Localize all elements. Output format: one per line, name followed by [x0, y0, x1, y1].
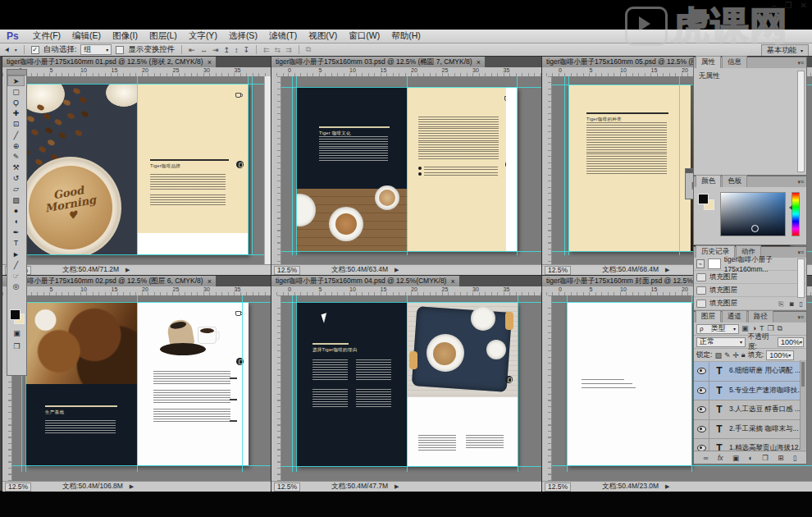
scrollbar[interactable] — [800, 360, 806, 450]
gradient-tool-icon[interactable]: ▨ — [7, 194, 25, 205]
type-tool-icon[interactable]: T — [7, 238, 25, 249]
close-tab-icon[interactable]: × — [208, 58, 212, 66]
tab-color[interactable]: 颜色 — [696, 175, 721, 187]
scrollbar[interactable] — [797, 71, 805, 172]
visibility-eye-icon[interactable] — [697, 426, 706, 432]
close-icon[interactable]: ✕ — [801, 1, 807, 10]
lasso-tool-icon[interactable]: Ϙ — [7, 97, 25, 108]
layer-group-icon[interactable]: ❒ — [762, 454, 769, 462]
layer-row[interactable]: T1.精选高黎贡山海拔12... — [694, 439, 806, 451]
marquee-tool-icon[interactable]: ▢ — [7, 86, 25, 97]
zoom-level[interactable]: 12.5% — [274, 483, 300, 492]
menu-item[interactable]: 文件(F) — [27, 30, 66, 43]
menu-item[interactable]: 滤镜(T) — [263, 30, 303, 43]
layer-mask-icon[interactable]: ▣ — [732, 454, 739, 462]
menu-item[interactable]: 窗口(W) — [343, 30, 385, 43]
new-doc-from-state-icon[interactable]: ⎘ — [778, 300, 783, 309]
blend-mode-dropdown[interactable]: 正常▾ — [696, 337, 746, 347]
minimize-icon[interactable]: – — [772, 1, 777, 10]
quick-mask-icon[interactable]: ▣ — [8, 327, 25, 338]
hand-tool-icon[interactable]: ☞ — [7, 270, 25, 281]
canvas-02[interactable]: 生产基地 — [2, 295, 271, 482]
eraser-tool-icon[interactable]: ▱ — [7, 184, 25, 194]
scrollbar[interactable] — [797, 258, 805, 298]
opacity-dropdown[interactable]: 100%▾ — [778, 337, 804, 347]
align-center-h-icon[interactable]: ↔ — [200, 46, 208, 54]
lock-pixels-icon[interactable]: ✎ — [724, 351, 731, 359]
layer-style-icon[interactable]: fx — [718, 454, 723, 462]
document-tab-02[interactable]: tiger咖啡小册子175x160mm 02.psd @ 12.5% (图层 6… — [2, 276, 216, 286]
status-arrow-icon[interactable]: ▶ — [665, 483, 669, 490]
layer-row[interactable]: T2.手工采摘 咖啡末与... — [694, 420, 806, 440]
color-swatches[interactable] — [10, 309, 25, 324]
new-snapshot-icon[interactable]: ◙ — [790, 300, 794, 309]
distribute-right-icon[interactable]: ⇉ — [285, 46, 292, 54]
scrollbar[interactable] — [264, 76, 271, 265]
lock-transparency-icon[interactable]: ▨ — [714, 351, 722, 359]
tab-properties[interactable]: 属性 — [696, 56, 721, 68]
align-top-icon[interactable]: ↥ — [223, 46, 230, 54]
status-arrow-icon[interactable]: ▶ — [125, 267, 130, 273]
workspace-switcher-button[interactable]: 基本功能▾ — [761, 44, 809, 57]
layer-row[interactable]: T5.专业生产速溶咖啡技... — [694, 382, 806, 401]
zoom-level[interactable]: 12.5% — [545, 266, 571, 275]
status-arrow-icon[interactable]: ▶ — [395, 267, 399, 273]
new-layer-icon[interactable]: ⊞ — [778, 454, 783, 462]
close-tab-icon[interactable]: × — [477, 58, 481, 66]
menu-item[interactable]: 图像(I) — [107, 30, 144, 43]
zoom-level[interactable]: 12.5% — [5, 483, 31, 492]
align-middle-icon[interactable]: ↕ — [235, 46, 239, 54]
distribute-left-icon[interactable]: ⇇ — [263, 46, 270, 54]
panel-menu-icon[interactable]: ▾≡ — [797, 60, 804, 66]
menu-item[interactable]: 帮助(H) — [385, 30, 427, 43]
dodge-tool-icon[interactable]: ◖ — [7, 216, 25, 226]
document-tab-04[interactable]: tiger咖啡小册子175x160mm 04.psd @ 12.5%(CMYK/… — [271, 276, 459, 286]
crop-tool-icon[interactable]: ⊡ — [7, 119, 25, 130]
clone-stamp-tool-icon[interactable]: ⚒ — [7, 162, 25, 173]
tab-info[interactable]: 信息 — [722, 56, 747, 68]
link-layers-icon[interactable]: ∞ — [703, 454, 708, 462]
path-selection-tool-icon[interactable]: ► — [7, 249, 25, 259]
zoom-tool-icon[interactable]: ◎ — [7, 281, 25, 292]
lock-all-icon[interactable]: 🔒︎ — [741, 350, 746, 359]
color-field[interactable] — [720, 192, 786, 236]
tab-channels[interactable]: 通道 — [722, 310, 747, 323]
menu-item[interactable]: 文字(Y) — [183, 30, 223, 43]
menu-item[interactable]: 图层(L) — [144, 30, 183, 43]
history-snapshot-row[interactable]: ⌁ tiger咖啡小册子 175x160mm... — [694, 258, 806, 271]
status-arrow-icon[interactable]: ▶ — [665, 267, 669, 273]
screen-mode-icon[interactable]: ❐ — [8, 341, 25, 351]
auto-select-checkbox[interactable]: ✓ — [31, 46, 39, 54]
status-arrow-icon[interactable]: ▶ — [130, 483, 134, 490]
canvas-04[interactable]: 选择Tiger咖啡的理由 — [271, 295, 541, 482]
color-marker[interactable] — [751, 225, 759, 232]
tab-swatches[interactable]: 色板 — [722, 175, 747, 187]
zoom-level[interactable]: 12.5% — [274, 266, 300, 275]
fg-bg-swatches[interactable] — [698, 194, 714, 210]
menu-item[interactable]: 选择(S) — [223, 30, 263, 43]
menu-item[interactable]: 视图(V) — [303, 30, 343, 43]
fill-dropdown[interactable]: 100%▾ — [766, 350, 794, 360]
lock-position-icon[interactable]: ✛ — [732, 351, 739, 359]
history-state[interactable]: 填充图层 — [694, 284, 806, 297]
brush-tool-icon[interactable]: ✎ — [7, 151, 25, 162]
panel-menu-icon[interactable]: ▾≡ — [797, 314, 804, 321]
history-brush-source-icon[interactable]: ⌁ — [696, 259, 705, 268]
line-tool-icon[interactable]: ╱ — [7, 259, 25, 270]
status-arrow-icon[interactable]: ▶ — [395, 483, 399, 490]
visibility-eye-icon[interactable] — [697, 387, 706, 394]
tab-paths[interactable]: 路径 — [748, 310, 773, 323]
layer-filter-dropdown[interactable]: ρ类型▾ — [696, 324, 739, 334]
auto-select-group-dropdown[interactable]: 组▾ — [80, 44, 112, 55]
tool-preset-arrow-icon[interactable]: ▾ — [15, 47, 17, 53]
quick-selection-tool-icon[interactable]: ✚ — [7, 108, 25, 119]
align-left-icon[interactable]: ⇤ — [189, 46, 195, 54]
panel-menu-icon[interactable]: ▾≡ — [797, 179, 804, 185]
history-brush-tool-icon[interactable]: ↺ — [7, 173, 25, 184]
visibility-eye-icon[interactable] — [697, 368, 706, 374]
canvas-03[interactable]: Tiger 咖啡文化 — [271, 76, 541, 265]
delete-state-icon[interactable]: ▯ — [800, 300, 803, 309]
filter-smartobject-icon[interactable]: ⧉ — [778, 324, 782, 333]
move-tool-icon[interactable]: ➤ — [3, 45, 12, 53]
align-right-icon[interactable]: ⇥ — [212, 46, 219, 54]
